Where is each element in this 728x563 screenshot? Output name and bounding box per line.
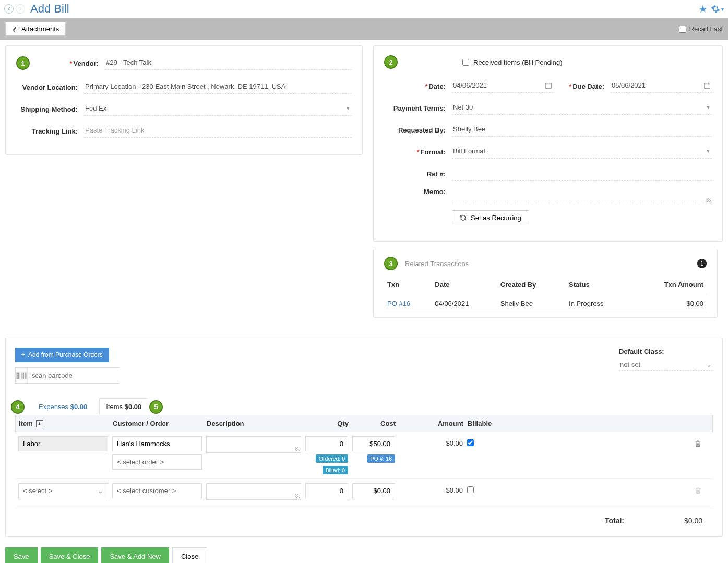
qty-input[interactable] [305,436,348,451]
po-chip: PO #: 16 [367,454,395,463]
chevron-down-icon: ▼ [345,105,351,111]
chevron-down-icon: ⌄ [706,361,712,368]
step-badge-2: 2 [384,55,398,69]
memo-textarea[interactable] [452,188,712,203]
delete-row-button [694,486,710,495]
customer-input[interactable] [112,436,202,451]
favorite-icon[interactable]: ★ [698,3,708,15]
refresh-icon [460,214,467,221]
svg-rect-0 [546,83,552,88]
add-item-button[interactable]: + [36,420,43,427]
save-close-button[interactable]: Save & Close [41,547,99,563]
billable-checkbox[interactable] [467,439,474,446]
set-recurring-button[interactable]: Set as Recurring [452,210,529,225]
billed-chip: Billed: 0 [323,466,348,474]
payment-terms-select[interactable]: Net 30▼ [452,101,712,115]
plus-icon: + [21,351,25,358]
related-txn-link[interactable]: PO #16 [387,300,410,307]
calendar-icon [703,82,711,89]
item-name-input[interactable] [18,436,108,451]
add-from-po-button[interactable]: + Add from Purchase Orders [15,348,109,362]
related-row: PO #16 04/06/2021 Shelly Bee In Progress… [384,294,707,313]
delete-row-button[interactable] [694,439,710,448]
total-value: $0.00 [640,517,708,525]
amount-value: $0.00 [446,483,463,494]
chevron-down-icon: ▼ [706,148,711,154]
svg-rect-1 [705,83,710,88]
item-select[interactable]: < select >⌄ [18,483,108,498]
page-title: Add Bill [30,2,69,16]
received-items-checkbox[interactable]: Received Items (Bill Pending) [462,58,563,66]
description-textarea[interactable] [206,436,301,453]
settings-icon[interactable]: ▾ [711,4,724,14]
billable-checkbox[interactable] [467,486,474,493]
format-select[interactable]: Bill Format▼ [452,145,712,159]
attachments-button[interactable]: Attachments [5,22,66,36]
tracking-link-input[interactable] [84,124,352,138]
close-button[interactable]: Close [172,547,207,563]
step-badge-1: 1 [16,56,30,70]
due-date-input[interactable] [611,79,712,93]
barcode-input[interactable] [15,367,120,384]
save-button[interactable]: Save [5,547,38,563]
calendar-icon [545,82,552,89]
related-count-badge: 1 [697,259,707,268]
vendor-location-field[interactable]: Primary Location - 230 East Main Street … [84,80,352,94]
barcode-icon [16,368,28,383]
related-title: Related Transactions [405,260,469,268]
bill-details-card: 2 Received Items (Bill Pending) *Date: *… [373,45,723,242]
default-class-select[interactable]: not set⌄ [619,358,713,371]
related-transactions-card: 3 Related Transactions 1 Txn Date Create… [373,249,718,318]
cost-input[interactable] [352,483,395,498]
shipping-method-select[interactable]: Fed Ex▼ [84,102,352,116]
date-input[interactable] [452,79,553,93]
ordered-chip: Ordered: 0 [316,454,348,463]
recall-last-checkbox[interactable]: Recall Last [679,25,723,33]
amount-value: $0.00 [446,436,463,447]
cost-input[interactable] [352,436,395,451]
nav-forward-button[interactable] [16,4,25,14]
step-badge-3: 3 [384,257,398,270]
line-items-card: + Add from Purchase Orders Default Class… [5,338,723,537]
customer-select[interactable]: < select customer > [112,483,202,498]
step-badge-4: 4 [11,400,25,414]
qty-input[interactable] [305,483,348,498]
item-row: < select order > Ordered: 0 Billed: 0 PO… [15,432,713,479]
vendor-field[interactable]: #29 - Tech Talk [105,56,352,70]
chevron-down-icon: ⌄ [98,487,103,495]
tab-expenses[interactable]: Expenses $0.00 [32,398,94,415]
item-row: < select >⌄ < select customer > $0.00 [15,479,713,508]
attachments-label: Attachments [21,25,59,33]
requested-by-input[interactable]: Shelly Bee [452,123,712,137]
step-badge-5: 5 [149,400,163,414]
total-label: Total: [605,517,640,525]
ref-number-input[interactable] [452,167,712,181]
paperclip-icon [12,26,18,33]
description-textarea[interactable] [206,483,301,500]
save-add-new-button[interactable]: Save & Add New [101,547,169,563]
order-select[interactable]: < select order > [112,454,202,470]
vendor-card: 1 *Vendor: #29 - Tech Talk Vendor Locati… [5,45,363,155]
nav-back-button[interactable] [4,4,14,14]
tab-items[interactable]: Items $0.00 [99,398,148,415]
chevron-down-icon: ▼ [706,104,711,110]
